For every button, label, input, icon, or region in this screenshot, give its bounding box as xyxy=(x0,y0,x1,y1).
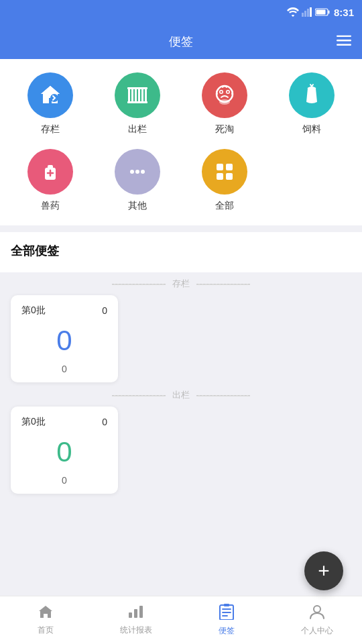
icon-item-qita[interactable]: 其他 xyxy=(104,149,171,212)
chulai-card-1-smallnumber: 0 xyxy=(21,475,107,486)
icon-item-quanbu[interactable]: 全部 xyxy=(191,149,258,212)
svg-rect-30 xyxy=(48,165,53,169)
svg-rect-41 xyxy=(134,609,137,618)
svg-point-24 xyxy=(227,91,229,93)
cunlan-cards: 第0批 0 0 0 xyxy=(0,295,362,382)
chulai-card-1-bignumber: 0 xyxy=(21,436,107,468)
icon-item-shouyao[interactable]: 兽药 xyxy=(17,149,84,212)
chulai-icon xyxy=(125,83,149,107)
icon-item-siliao[interactable]: 饲料 xyxy=(278,72,345,136)
siliao-label: 饲料 xyxy=(302,123,321,136)
cunlan-card-1-bignumber: 0 xyxy=(21,325,107,357)
wifi-icon xyxy=(287,7,299,17)
icon-row-1: 存栏 出栏 xyxy=(7,72,355,136)
cunlan-icon-circle xyxy=(27,72,73,118)
stats-nav-label: 统计报表 xyxy=(120,625,152,636)
svg-point-23 xyxy=(221,91,223,93)
cunlan-category-label: 存栏 xyxy=(0,278,362,290)
notes-icon xyxy=(219,604,234,623)
fab-button[interactable]: + xyxy=(304,551,343,590)
all-notes-section: 全部便签 xyxy=(0,232,362,272)
svg-rect-40 xyxy=(129,612,132,618)
nav-item-notes[interactable]: 便签 xyxy=(181,596,272,644)
stats-icon xyxy=(128,604,144,622)
home-icon xyxy=(38,604,54,622)
svg-rect-42 xyxy=(139,606,143,618)
svg-rect-39 xyxy=(226,173,233,180)
time-display: 8:31 xyxy=(334,7,354,18)
home-nav-label: 首页 xyxy=(38,625,54,636)
notes-nav-label: 便签 xyxy=(219,625,235,637)
svg-rect-2 xyxy=(307,9,309,17)
nav-item-home[interactable]: 首页 xyxy=(0,596,90,644)
svg-line-28 xyxy=(312,85,313,87)
shouyao-icon-circle xyxy=(27,149,73,195)
svg-point-33 xyxy=(130,170,134,174)
svg-rect-36 xyxy=(217,164,223,170)
sitao-label: 死淘 xyxy=(215,123,234,136)
shouyao-label: 兽药 xyxy=(41,200,60,212)
svg-point-35 xyxy=(141,170,145,174)
icon-item-sitao[interactable]: 死淘 xyxy=(191,72,258,136)
svg-rect-19 xyxy=(127,101,147,103)
profile-icon xyxy=(309,604,325,623)
fab-plus-icon: + xyxy=(318,561,330,581)
cunlan-card-1-header: 第0批 0 xyxy=(21,305,107,317)
svg-rect-18 xyxy=(127,87,147,89)
svg-rect-14 xyxy=(135,89,137,102)
svg-rect-5 xyxy=(328,11,329,14)
svg-rect-38 xyxy=(217,173,223,180)
quanbu-label: 全部 xyxy=(215,200,234,212)
chulai-card-1[interactable]: 第0批 0 0 0 xyxy=(11,407,118,494)
qita-icon xyxy=(125,160,149,184)
svg-point-48 xyxy=(314,606,320,612)
svg-rect-17 xyxy=(145,89,147,102)
nav-item-profile[interactable]: 个人中心 xyxy=(272,596,362,644)
status-icons xyxy=(287,7,330,17)
svg-rect-6 xyxy=(316,10,325,15)
cunlan-card-1[interactable]: 第0批 0 0 0 xyxy=(11,295,118,382)
svg-rect-16 xyxy=(141,89,143,102)
svg-rect-3 xyxy=(310,7,312,17)
svg-rect-15 xyxy=(138,89,140,102)
sitao-icon-circle xyxy=(202,72,247,118)
profile-nav-label: 个人中心 xyxy=(301,625,333,637)
icon-grid-section: 存栏 出栏 xyxy=(0,59,362,225)
cunlan-card-1-smallnumber: 0 xyxy=(21,364,107,374)
status-bar: 8:31 xyxy=(0,0,362,24)
siliao-icon-circle xyxy=(289,72,335,118)
svg-rect-9 xyxy=(337,44,351,46)
cunlan-icon xyxy=(38,83,62,107)
icon-item-chulai[interactable]: 出栏 xyxy=(104,72,171,136)
hamburger-icon xyxy=(337,36,351,46)
chulai-cards: 第0批 0 0 0 xyxy=(0,407,362,494)
chulai-label: 出栏 xyxy=(128,123,147,136)
qita-label: 其他 xyxy=(128,200,147,212)
icon-item-cunlan[interactable]: 存栏 xyxy=(17,72,84,136)
header-title: 便签 xyxy=(169,34,193,50)
chulai-card-1-count: 0 xyxy=(102,417,107,427)
svg-point-25 xyxy=(219,99,230,105)
svg-rect-37 xyxy=(226,164,233,170)
menu-button[interactable] xyxy=(337,34,351,50)
nav-item-stats[interactable]: 统计报表 xyxy=(90,596,181,644)
section-divider xyxy=(0,225,362,232)
bottom-nav: 首页 统计报表 便签 xyxy=(0,596,362,644)
svg-point-34 xyxy=(135,170,139,174)
cunlan-card-1-batch: 第0批 xyxy=(21,305,46,317)
svg-rect-8 xyxy=(337,40,351,42)
svg-rect-1 xyxy=(304,11,306,17)
chulai-icon-circle xyxy=(115,72,160,118)
cards-container: 存栏 第0批 0 0 0 出栏 第0批 0 0 0 xyxy=(0,278,362,535)
cunlan-label: 存栏 xyxy=(41,123,60,136)
svg-rect-12 xyxy=(128,89,130,102)
sitao-icon xyxy=(213,83,237,107)
scroll-area: 存栏 出栏 xyxy=(0,59,362,596)
svg-rect-7 xyxy=(337,36,351,38)
shouyao-icon xyxy=(38,160,62,184)
svg-rect-47 xyxy=(224,604,229,606)
all-notes-title: 全部便签 xyxy=(11,243,351,259)
icon-row-2: 兽药 其他 xyxy=(7,149,355,212)
app-header: 便签 xyxy=(0,24,362,59)
siliao-icon xyxy=(300,83,324,107)
